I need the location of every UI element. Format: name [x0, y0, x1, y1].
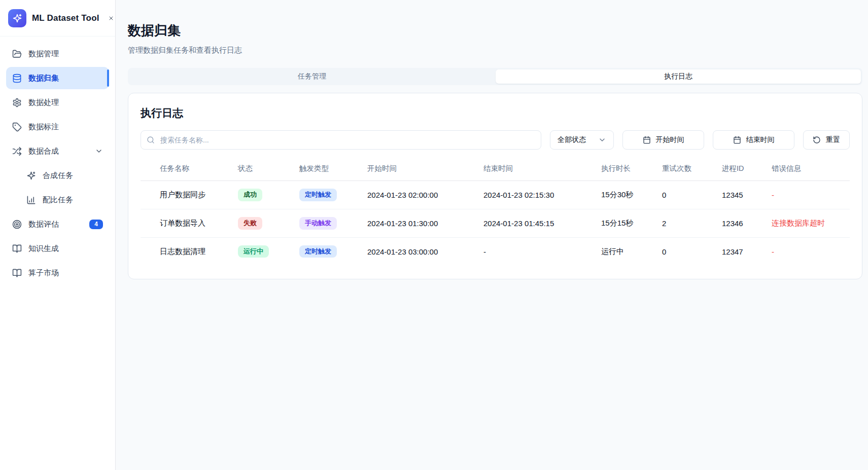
status-badge: 运行中 [238, 245, 269, 258]
sidebar: ML Dataset Tool 数据管理数据归集数据处理数据标注数据合成合成任务… [0, 0, 116, 470]
sidebar-item-data-synthesis[interactable]: 数据合成 [6, 140, 109, 162]
app-title: ML Dataset Tool [32, 13, 99, 23]
reset-button[interactable]: 重置 [803, 130, 850, 150]
end-time-cell: 2024-01-23 01:45:15 [483, 209, 601, 237]
tab-bar: 任务管理执行日志 [128, 68, 862, 85]
error-message-cell: - [772, 180, 850, 209]
calendar-icon [643, 136, 651, 144]
sidebar-item-operator-market[interactable]: 算子市场 [6, 262, 109, 284]
sidebar-item-data-annotation[interactable]: 数据标注 [6, 116, 109, 138]
column-header: 触发类型 [299, 159, 367, 181]
shuffle-icon [12, 147, 22, 156]
process-id-cell: 12346 [722, 209, 772, 237]
search-box [141, 130, 541, 150]
sidebar-item-data-evaluation[interactable]: 数据评估4 [6, 213, 109, 235]
chevron-down-icon [95, 147, 103, 155]
status-filter-select[interactable]: 全部状态 [550, 130, 614, 150]
table-row: 日志数据清理运行中定时触发2024-01-23 03:00:00-运行中0123… [141, 237, 850, 267]
bar-chart-icon [26, 195, 36, 205]
duration-cell: 运行中 [601, 237, 662, 267]
column-header: 进程ID [722, 159, 772, 181]
app-window: ML Dataset Tool 数据管理数据归集数据处理数据标注数据合成合成任务… [0, 0, 868, 470]
start-time-cell: 2024-01-23 03:00:00 [367, 237, 483, 267]
gear-icon [12, 98, 22, 107]
trigger-badge: 定时触发 [299, 189, 337, 201]
search-input[interactable] [141, 130, 541, 150]
sidebar-item-label: 数据评估 [28, 220, 59, 229]
folder-open-icon [12, 49, 22, 59]
sidebar-item-data-collection[interactable]: 数据归集 [6, 67, 109, 89]
page-subtitle: 管理数据归集任务和查看执行日志 [128, 46, 862, 54]
column-header: 错误信息 [772, 159, 850, 181]
retry-count-cell: 0 [662, 237, 722, 267]
error-message-cell: - [772, 237, 850, 267]
search-icon [147, 136, 155, 144]
sidebar-item-ratio-task[interactable]: 配比任务 [6, 189, 109, 211]
trigger-badge: 手动触发 [299, 217, 337, 230]
status-cell: 失败 [238, 209, 299, 237]
status-filter-value: 全部状态 [558, 135, 586, 144]
process-id-cell: 12345 [722, 180, 772, 209]
log-table-body: 用户数据同步成功定时触发2024-01-23 02:00:002024-01-2… [141, 180, 850, 267]
task-name-cell: 日志数据清理 [141, 237, 238, 267]
end-time-label: 结束时间 [746, 135, 775, 144]
duration-cell: 15分30秒 [601, 180, 662, 209]
status-cell: 成功 [238, 180, 299, 209]
start-time-button[interactable]: 开始时间 [622, 130, 704, 150]
tag-icon [12, 122, 22, 132]
panel-title: 执行日志 [141, 107, 850, 118]
execution-logs-panel: 执行日志 全部状态 [128, 93, 862, 280]
sidebar-item-label: 数据处理 [28, 98, 59, 107]
sidebar-item-label: 数据归集 [28, 74, 59, 83]
duration-cell: 15分15秒 [601, 209, 662, 237]
process-id-cell: 12347 [722, 237, 772, 267]
retry-count-cell: 2 [662, 209, 722, 237]
sidebar-nav: 数据管理数据归集数据处理数据标注数据合成合成任务配比任务数据评估4知识生成算子市… [0, 37, 115, 290]
sidebar-item-label: 数据管理 [28, 49, 59, 59]
sidebar-item-label: 合成任务 [43, 171, 73, 180]
sidebar-item-label: 数据合成 [28, 147, 59, 156]
log-table: 任务名称状态触发类型开始时间结束时间执行时长重试次数进程ID错误信息 用户数据同… [141, 159, 850, 267]
trigger-cell: 定时触发 [299, 237, 367, 267]
sidebar-item-knowledge-generation[interactable]: 知识生成 [6, 237, 109, 260]
end-time-cell: - [483, 237, 601, 267]
sidebar-header: ML Dataset Tool [0, 0, 115, 37]
calendar-icon [733, 136, 741, 144]
close-icon [108, 14, 114, 22]
tab-execution-logs[interactable]: 执行日志 [496, 69, 861, 84]
start-time-label: 开始时间 [656, 135, 684, 144]
book-open-icon [12, 244, 22, 254]
sidebar-item-label: 数据标注 [28, 122, 59, 132]
start-time-cell: 2024-01-23 02:00:00 [367, 180, 483, 209]
tab-task-management[interactable]: 任务管理 [129, 69, 495, 84]
column-header: 开始时间 [367, 159, 483, 181]
trigger-cell: 定时触发 [299, 180, 367, 209]
sidebar-item-synthesis-task[interactable]: 合成任务 [6, 164, 109, 187]
end-time-cell: 2024-01-23 02:15:30 [483, 180, 601, 209]
column-header: 执行时长 [601, 159, 662, 181]
status-badge: 成功 [238, 189, 262, 201]
trigger-cell: 手动触发 [299, 209, 367, 237]
filter-row: 全部状态 开始时间 结束时间 [141, 130, 850, 150]
retry-count-cell: 0 [662, 180, 722, 209]
sidebar-item-data-processing[interactable]: 数据处理 [6, 91, 109, 114]
book-open-icon [12, 268, 22, 278]
app-logo [8, 9, 26, 27]
task-name-cell: 用户数据同步 [141, 180, 238, 209]
trigger-badge: 定时触发 [299, 245, 337, 258]
sidebar-item-label: 知识生成 [28, 244, 59, 254]
table-header-row: 任务名称状态触发类型开始时间结束时间执行时长重试次数进程ID错误信息 [141, 159, 850, 181]
sidebar-item-data-management[interactable]: 数据管理 [6, 43, 109, 65]
column-header: 结束时间 [483, 159, 601, 181]
status-cell: 运行中 [238, 237, 299, 267]
database-icon [12, 74, 22, 83]
logo-sparkles-icon [12, 13, 22, 23]
page-title: 数据归集 [128, 24, 862, 37]
sidebar-item-label: 配比任务 [43, 195, 73, 205]
start-time-cell: 2024-01-23 01:30:00 [367, 209, 483, 237]
table-row: 用户数据同步成功定时触发2024-01-23 02:00:002024-01-2… [141, 180, 850, 209]
sidebar-item-label: 算子市场 [28, 268, 59, 278]
end-time-button[interactable]: 结束时间 [713, 130, 794, 150]
error-message-cell: 连接数据库超时 [772, 209, 850, 237]
column-header: 状态 [238, 159, 299, 181]
